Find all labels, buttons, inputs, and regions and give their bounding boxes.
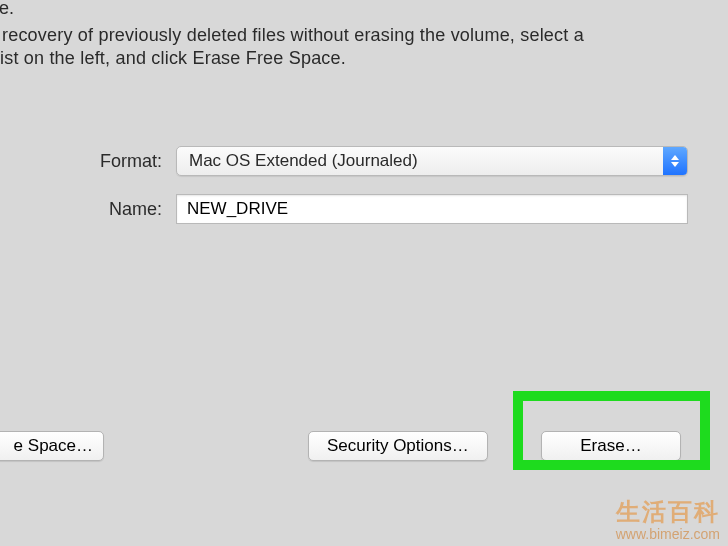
name-input[interactable] <box>176 194 688 224</box>
format-select-box[interactable]: Mac OS Extended (Journaled) <box>176 146 688 176</box>
format-label: Format: <box>0 151 176 172</box>
dropdown-arrows-icon <box>663 147 687 175</box>
erase-form: Format: Mac OS Extended (Journaled) Name… <box>0 146 728 242</box>
format-select[interactable]: Mac OS Extended (Journaled) <box>176 146 688 176</box>
name-row: Name: <box>0 194 728 224</box>
description-line-2: ist on the left, and click Erase Free Sp… <box>0 48 346 69</box>
format-row: Format: Mac OS Extended (Journaled) <box>0 146 728 176</box>
format-select-value: Mac OS Extended (Journaled) <box>189 151 418 171</box>
description-cutoff: se. <box>0 0 14 19</box>
name-label: Name: <box>0 199 176 220</box>
erase-free-space-button[interactable]: e Space… <box>0 431 104 461</box>
security-options-button[interactable]: Security Options… <box>308 431 488 461</box>
watermark: 生活百科 www.bimeiz.com <box>616 496 720 542</box>
erase-button[interactable]: Erase… <box>541 431 681 461</box>
watermark-url: www.bimeiz.com <box>616 526 720 542</box>
watermark-chinese: 生活百科 <box>616 496 720 528</box>
description-line-1: recovery of previously deleted files wit… <box>2 25 584 46</box>
